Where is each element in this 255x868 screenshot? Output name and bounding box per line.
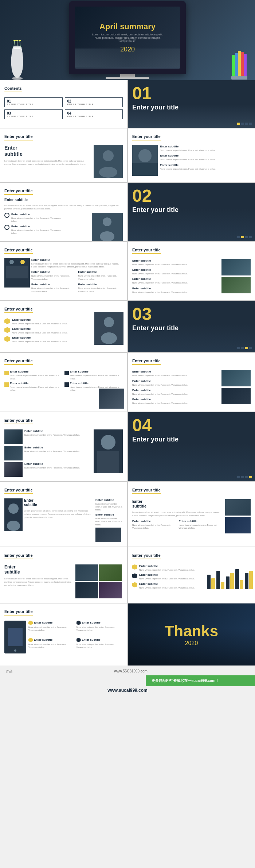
dot-1 <box>237 123 240 125</box>
dot4-4 <box>249 476 252 478</box>
pencils-decoration <box>231 47 248 80</box>
contents-item-4: 04 ENTER YOUR TITLE <box>65 109 123 119</box>
phone-photo <box>4 621 26 653</box>
person-row-2: Enter subtitle Nunc viverra imperdiet en… <box>4 446 91 460</box>
sub-l03-3: Enter subtitle Nunc viverra imperdiet en… <box>132 389 219 396</box>
gb-text-1: Enter subtitle Nunc viverra imperdiet en… <box>10 370 63 380</box>
device-item-1: Enter subtitle Nunc viverra imperdiet en… <box>28 621 75 636</box>
sub-02-text-1: Nunc viverra imperdiet enim. Fusce est. … <box>132 263 219 266</box>
chart-label-2: Enter subtitle <box>139 573 195 576</box>
sub-l03-label-1: Enter subtitle <box>132 370 219 373</box>
dot-4 <box>249 123 252 125</box>
sub-text-2: Nunc viverra imperdiet enim. Fusce est. … <box>160 158 251 161</box>
footer-url-center: www.55C31999.com <box>114 669 148 673</box>
footer-url-1: www.55C31999.com <box>114 669 148 673</box>
dot2-4 <box>249 236 252 238</box>
device-item-4: Enter subtitle Nunc viverra imperdiet en… <box>76 638 123 653</box>
sub-02-3: Enter subtitle Nunc viverra imperdiet en… <box>132 277 219 284</box>
slide-list-03: Enter your title Enter subtitle Nunc viv… <box>128 353 255 412</box>
svg-rect-18 <box>132 163 158 176</box>
photo-l03-2 <box>221 388 251 404</box>
slide-title-mc: Enter your title <box>4 488 33 494</box>
chart-sub-1: Nunc viverra imperdiet enim. Fusce est. … <box>139 568 195 571</box>
subtitle-item-3: Enter subtitle Nunc viverra imperdiet en… <box>160 163 251 170</box>
device-item-3: Enter subtitle Nunc viverra imperdiet en… <box>28 638 75 653</box>
chart-label-1: Enter subtitle <box>139 564 195 568</box>
contents-item-1: 01 ENTER YOUR TITLE <box>4 97 63 107</box>
bar-chart <box>207 567 251 589</box>
chart-sub-2: Nunc viverra imperdiet enim. Fusce est. … <box>139 577 195 580</box>
cc-3: Enter subtitle Nunc viverra imperdiet en… <box>31 283 76 293</box>
contents-label-1: ENTER YOUR TITLE <box>7 103 60 105</box>
hero-title: April summary <box>99 22 156 31</box>
dot3-1 <box>237 347 240 349</box>
slide-bullets-hex: Enter your title Enter subtitle Nunc viv… <box>0 301 127 352</box>
svg-point-19 <box>138 149 152 162</box>
slide-01-dark: 01 Enter your title <box>128 80 255 128</box>
dot-2 <box>241 123 244 125</box>
slide-04-title: Enter your title <box>132 436 251 443</box>
person-photo-1 <box>4 429 23 444</box>
hex-icon-3 <box>4 336 10 342</box>
cc-label-1: Enter subtitle <box>31 270 76 274</box>
s9-photo-2 <box>99 564 122 581</box>
chart-bullet-2: Enter subtitle Nunc viverra imperdiet en… <box>132 573 204 580</box>
slide-03-num: 03 <box>132 305 251 323</box>
b-label-2: Enter subtitle <box>11 225 63 228</box>
slide-04-num: 04 <box>132 417 251 434</box>
footer-bottom: 更多精品PPT资源尽在—sucai999.com！ <box>0 675 255 686</box>
svg-point-38 <box>14 649 16 652</box>
bar-2-dark <box>216 571 220 589</box>
slide-enter-title-1: Enter your title Entersubtitle Lorem ips… <box>0 128 127 182</box>
contents-item-3: 03 ENTER YOUR TITLE <box>4 109 63 119</box>
photo-1 <box>94 145 123 178</box>
chart-text-3: Enter subtitle Nunc viverra imperdiet en… <box>139 582 195 589</box>
person-text-1: Enter subtitle Nunc viverra imperdiet en… <box>24 429 80 444</box>
footer-work-label: 作品 <box>6 669 12 674</box>
sub-text-3: Nunc viverra imperdiet enim. Fusce est. … <box>160 167 251 170</box>
sub-l03-text-4: Nunc viverra imperdiet enim. Fusce est. … <box>132 402 219 405</box>
slide-title-esb: Enter your title <box>132 488 161 494</box>
slide-02-content: 02 Enter your title <box>132 187 251 214</box>
gb-sub-1: Nunc viverra imperdiet enim. Fusce est. … <box>10 374 63 380</box>
svg-rect-11 <box>232 55 235 77</box>
b-text-2: Nunc viverra imperdiet enim. Fusce est. … <box>11 229 63 235</box>
dot3-2 <box>241 347 244 349</box>
dot4-1 <box>237 476 240 478</box>
cc-text-1: Nunc viverra imperdiet enim. Fusce est. … <box>31 274 76 281</box>
slide-title-1: Enter your title <box>4 134 33 140</box>
person-text-2: Enter subtitle Nunc viverra imperdiet en… <box>24 446 80 460</box>
sub-02-text-2: Nunc viverra imperdiet enim. Fusce est. … <box>132 272 219 275</box>
svg-rect-31 <box>97 451 119 473</box>
gb-text-2: Enter subtitle Nunc viverra imperdiet en… <box>70 370 123 380</box>
person-sub-1: Nunc viverra imperdiet enim. Fusce est. … <box>24 433 80 436</box>
person-row-1: Enter subtitle Nunc viverra imperdiet en… <box>4 429 91 444</box>
footer-cta-text: 更多精品PPT资源尽在—sucai999.com！ <box>152 678 219 683</box>
sub-label-3: Enter subtitle <box>160 163 251 167</box>
slide-multicol: Enter your title Entersubtitle Lorem ips… <box>0 482 127 547</box>
lorem-s9: Lorem ipsum dolor sit amet, consectetur … <box>4 577 73 587</box>
svg-point-7 <box>19 40 21 41</box>
sub-c-label-1: Enter subtitle <box>31 258 123 262</box>
s9-photo-1 <box>75 564 98 581</box>
thanks-content: Thanks 2020 <box>165 622 218 647</box>
device-label-4: Enter subtitle <box>82 638 101 641</box>
svg-point-15 <box>103 150 114 161</box>
chart-bullet-3: Enter subtitle Nunc viverra imperdiet en… <box>132 582 204 589</box>
slide-03-title: Enter your title <box>132 324 251 332</box>
slide-thanks: Thanks 2020 <box>128 603 255 666</box>
dot2-3 <box>245 236 248 238</box>
chart-text-2: Enter subtitle Nunc viverra imperdiet en… <box>139 573 195 580</box>
device-label-3: Enter subtitle <box>34 638 52 641</box>
s9-photo-3 <box>75 582 98 598</box>
slide-04-content: 04 Enter your title <box>132 417 251 443</box>
bar-group-1 <box>207 575 215 589</box>
device-hex-2 <box>76 621 81 625</box>
bar-group-3 <box>226 573 234 589</box>
bar-4-dark <box>235 569 239 589</box>
contents-item-2: 02 ENTER YOUR TITLE <box>65 97 123 107</box>
contents-label-4: ENTER YOUR TITLE <box>67 115 121 117</box>
slide-01-dots <box>237 123 252 125</box>
photo-2 <box>132 145 158 176</box>
cc-label-2: Enter subtitle <box>78 270 123 274</box>
